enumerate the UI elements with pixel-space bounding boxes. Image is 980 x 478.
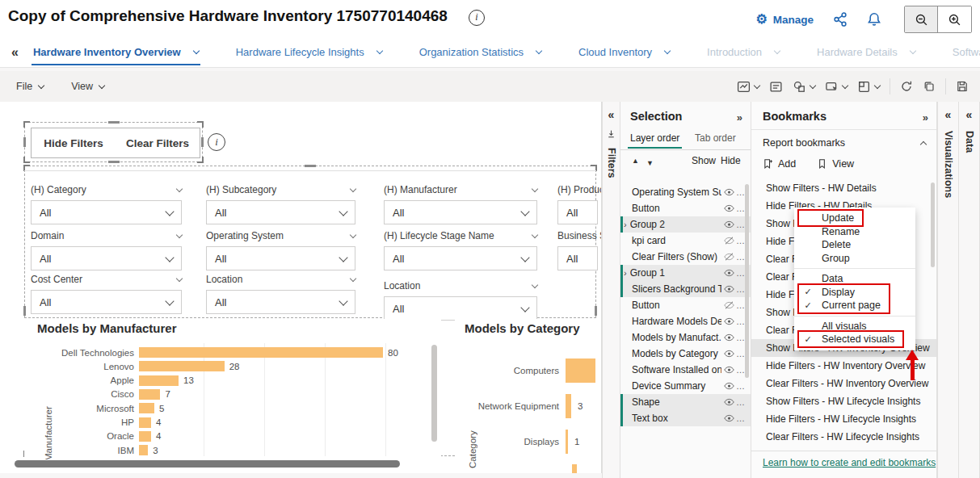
bar[interactable] bbox=[139, 445, 148, 455]
notifications-bell-icon[interactable] bbox=[867, 12, 881, 27]
buttons-button[interactable] bbox=[825, 80, 848, 94]
bookmarks-scrollbar[interactable] bbox=[931, 182, 935, 267]
expand-visualizations-icon[interactable]: « bbox=[945, 108, 952, 121]
more-options-icon[interactable]: … bbox=[736, 381, 751, 391]
layer-item-text-box[interactable]: Text box… bbox=[620, 410, 751, 426]
clear-filters-button[interactable]: Clear Filters bbox=[116, 137, 200, 149]
bookmark-item-hide-filters-hw-lifecycle-insights[interactable]: Hide Filters - HW Lifecycle Insights bbox=[751, 410, 936, 428]
eye-icon[interactable] bbox=[721, 414, 736, 422]
expand-data-icon[interactable]: « bbox=[966, 108, 973, 121]
bar-row-lenovo[interactable]: Lenovo28 bbox=[24, 359, 441, 373]
layer-item-kpi-card[interactable]: kpi card… bbox=[620, 233, 751, 249]
file-menu[interactable]: File bbox=[16, 81, 44, 92]
more-options-icon[interactable]: … bbox=[736, 413, 751, 423]
slicer-dropdown[interactable]: All bbox=[384, 246, 537, 270]
eye-icon[interactable] bbox=[721, 333, 736, 342]
more-options-icon[interactable]: … bbox=[736, 397, 751, 407]
eye-icon[interactable] bbox=[721, 398, 736, 406]
insert-visual-button[interactable] bbox=[737, 80, 759, 94]
eye-hidden-icon[interactable] bbox=[721, 237, 736, 245]
bar[interactable] bbox=[566, 430, 568, 454]
menu-item-data[interactable]: Data bbox=[794, 272, 915, 286]
layer-item-software-installed-on[interactable]: Software Installed on ...… bbox=[620, 362, 751, 378]
page-layout-button[interactable] bbox=[857, 80, 880, 94]
menu-item-group[interactable]: Group bbox=[794, 252, 915, 266]
slicer-dropdown[interactable]: All bbox=[31, 290, 182, 314]
layer-item-button[interactable]: Button… bbox=[620, 297, 751, 313]
info-icon[interactable]: i bbox=[469, 10, 485, 26]
slicer-header[interactable]: (H) Manufacturer bbox=[384, 183, 537, 196]
filters-pane-collapsed[interactable]: « Filters bbox=[602, 102, 620, 478]
layer-item-clear-filters-show[interactable]: Clear Filters (Show)… bbox=[620, 249, 751, 265]
show-all-button[interactable]: Show bbox=[692, 155, 716, 166]
eye-icon[interactable] bbox=[721, 220, 736, 229]
collapse-selection-icon[interactable]: » bbox=[737, 111, 742, 124]
slicer-dropdown[interactable]: All bbox=[206, 200, 355, 224]
slicer-dropdown[interactable]: All bbox=[384, 200, 537, 224]
collapse-pane-icon[interactable] bbox=[606, 129, 616, 140]
layer-item-group-1[interactable]: ›Group 1… bbox=[620, 265, 751, 281]
slicer-dropdown[interactable]: All bbox=[557, 200, 598, 224]
menu-item-all-visuals[interactable]: All visuals bbox=[794, 320, 915, 333]
slicer-header[interactable]: (H) Lifecycle Stage Name bbox=[384, 229, 537, 242]
bar[interactable] bbox=[139, 347, 383, 358]
menu-item-delete[interactable]: Delete bbox=[794, 238, 915, 252]
slicer-header[interactable]: Business Ser bbox=[557, 229, 598, 242]
tab-layer-order[interactable]: Layer order bbox=[630, 132, 679, 144]
menu-item-display[interactable]: ✓Display bbox=[794, 286, 915, 300]
hide-all-button[interactable]: Hide bbox=[721, 155, 741, 166]
slicer-dropdown[interactable]: All bbox=[31, 246, 182, 270]
layer-item-button[interactable]: Button… bbox=[620, 200, 751, 216]
menu-item-selected-visuals[interactable]: ✓Selected visuals bbox=[794, 333, 915, 346]
manage-button[interactable]: ⚙ Manage bbox=[755, 13, 814, 26]
tab-software-details[interactable]: Software Details bbox=[953, 46, 980, 58]
zoom-in-button[interactable] bbox=[938, 6, 971, 32]
bookmark-item-show-filters-hw-lifecycle-insights[interactable]: Show Filters - HW Lifecycle Insights bbox=[751, 392, 936, 410]
tab-hardware-inventory-overview[interactable]: Hardware Inventory Overview bbox=[33, 46, 199, 58]
data-pane-collapsed[interactable]: « Data bbox=[959, 102, 980, 478]
share-icon[interactable] bbox=[833, 12, 848, 27]
eye-icon[interactable] bbox=[721, 269, 736, 277]
eye-hidden-icon[interactable] bbox=[721, 253, 736, 261]
bookmarks-help-link[interactable]: Learn how to create and edit bookmarks bbox=[763, 457, 936, 468]
bar-row-dell-technologies[interactable]: Dell Technologies80 bbox=[24, 346, 441, 359]
bar[interactable] bbox=[139, 361, 225, 371]
tab-introduction[interactable]: Introduction bbox=[707, 46, 780, 58]
bar[interactable] bbox=[566, 394, 571, 418]
slicer-dropdown[interactable]: All bbox=[206, 290, 355, 314]
layer-item-models-by-manufact[interactable]: Models by Manufact...… bbox=[620, 329, 751, 346]
add-bookmark-button[interactable]: Add bbox=[763, 158, 796, 170]
models-by-manufacturer-chart[interactable]: Models by Manufacturer Dell Technologies… bbox=[24, 319, 441, 459]
eye-icon[interactable] bbox=[721, 285, 736, 293]
layer-item-group-2[interactable]: ›Group 2… bbox=[620, 216, 751, 233]
tab-organization-statistics[interactable]: Organization Statistics bbox=[419, 46, 541, 58]
slicer-dropdown[interactable]: All bbox=[31, 200, 182, 224]
scroll-tabs-left-icon[interactable]: « bbox=[11, 45, 19, 60]
expander-icon[interactable]: › bbox=[624, 220, 627, 229]
slicer-header[interactable]: Operating System bbox=[206, 229, 355, 242]
layer-item-slicers-background-te[interactable]: Slicers Background Te...… bbox=[620, 281, 751, 297]
slicer-header[interactable]: (H) Category bbox=[31, 183, 182, 196]
eye-hidden-icon[interactable] bbox=[721, 301, 736, 309]
bar-row-oracle[interactable]: Oracle4 bbox=[24, 430, 441, 443]
duplicate-button[interactable] bbox=[923, 80, 936, 93]
eye-icon[interactable] bbox=[721, 382, 736, 390]
bar[interactable] bbox=[139, 375, 179, 386]
view-bookmarks-button[interactable]: View bbox=[817, 158, 854, 170]
refresh-button[interactable] bbox=[900, 80, 913, 93]
report-canvas[interactable]: Hide Filters Clear Filters i (H) Categor… bbox=[0, 102, 602, 473]
expand-filters-icon[interactable]: « bbox=[608, 108, 615, 121]
bar[interactable] bbox=[139, 403, 154, 413]
hide-filters-button[interactable]: Hide Filters bbox=[32, 137, 116, 149]
expander-icon[interactable]: › bbox=[624, 268, 627, 278]
bookmark-item-show-filters-hw-details[interactable]: Show Filters - HW Details bbox=[751, 179, 936, 197]
save-button[interactable] bbox=[956, 80, 969, 93]
slicer-dropdown[interactable]: All bbox=[206, 246, 355, 270]
bar[interactable] bbox=[139, 389, 160, 400]
bar-row-apple[interactable]: Apple13 bbox=[24, 374, 441, 388]
slicer-header[interactable]: Cost Center bbox=[31, 273, 182, 286]
bar[interactable] bbox=[139, 431, 151, 442]
slicer-dropdown[interactable]: All bbox=[557, 246, 598, 270]
bookmark-item-clear-filters-hw-inventory-overview[interactable]: Clear Filters - HW Inventory Overview bbox=[751, 375, 936, 392]
text-box-button[interactable] bbox=[769, 80, 783, 94]
